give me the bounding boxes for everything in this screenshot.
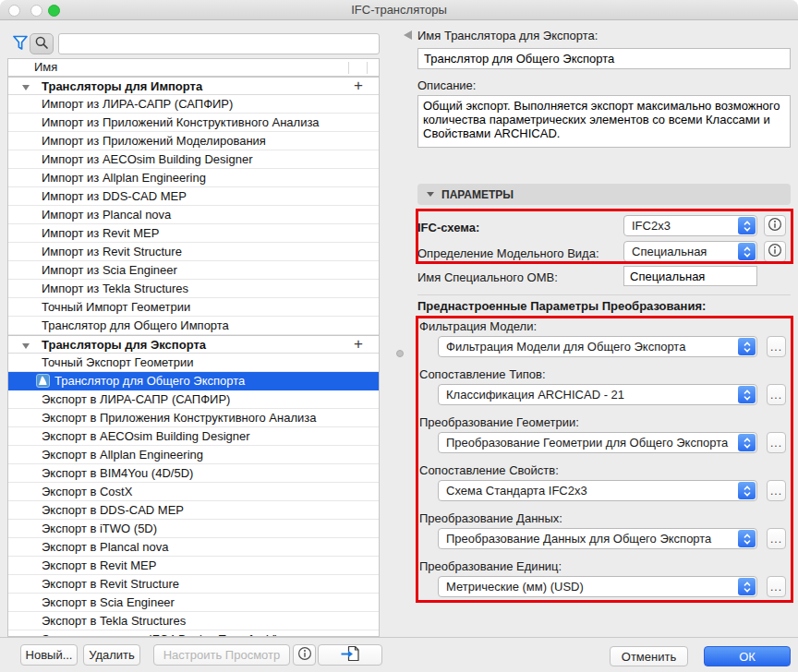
parameters-header[interactable]: ПАРАМЕТРЫ	[417, 184, 791, 205]
new-translator-button[interactable]: Новый...	[20, 644, 78, 666]
disclosure-triangle-icon	[427, 192, 434, 197]
translator-label: Экспорт в Приложения Конструктивного Ана…	[42, 411, 316, 425]
translator-row[interactable]: Экспорт в BIM4You (4D/5D)	[8, 464, 379, 483]
preset-popup[interactable]: Схема Стандарта IFC2x3	[438, 480, 757, 501]
translator-row[interactable]: Импорт из DDS-CAD MEP	[8, 187, 379, 206]
mvd-popup[interactable]: Специальная	[623, 241, 757, 262]
cancel-button[interactable]: Отменить	[610, 646, 688, 666]
mvd-info-button[interactable]	[764, 241, 786, 262]
group-label: Трансляторы для Экспорта	[42, 338, 206, 352]
preset-group: Преобразование Единиц: Метрические (мм) …	[417, 559, 793, 607]
translator-row[interactable]: Экспорт в Приложения Конструктивного Ана…	[8, 409, 379, 427]
preset-group: Фильтрация Модели: Фильтрация Модели для…	[417, 319, 793, 367]
translator-label: Экспорт в DDS-CAD MEP	[42, 503, 184, 517]
popup-value: Схема Стандарта IFC2x3	[446, 484, 734, 498]
translator-row[interactable]: Экспорт в ЛИРА-САПР (САПФИР)	[8, 390, 379, 409]
preset-popup[interactable]: Фильтрация Модели для Общего Экспорта	[438, 336, 757, 357]
translator-row[interactable]: Транслятор для Общего Импорта	[8, 317, 379, 335]
window-title: IFC-трансляторы	[0, 3, 798, 17]
add-translator-icon[interactable]: +	[351, 78, 366, 96]
preset-more-button[interactable]: ...	[767, 528, 786, 549]
translator-row[interactable]: Импорт из Plancal nova	[8, 206, 379, 224]
disclosure-triangle-icon[interactable]	[22, 85, 30, 90]
search-icon	[34, 35, 49, 53]
translator-row[interactable]: Экспорт в Scia Engineer	[8, 594, 379, 612]
collapse-panel-icon[interactable]	[404, 30, 412, 40]
group-label: Трансляторы для Импорта	[42, 79, 202, 93]
translator-row[interactable]: Импорт из Revit Structure	[8, 243, 379, 261]
custom-mvd-input[interactable]	[623, 266, 757, 286]
translator-label: Точный Экспорт Геометрии	[42, 355, 194, 369]
translator-group-row[interactable]: Трансляторы для Экспорта +	[8, 335, 379, 354]
translator-row[interactable]: Точный Импорт Геометрии	[8, 298, 379, 317]
popup-value: Преобразование Геометрии для Общего Эксп…	[446, 436, 734, 450]
translator-label: Импорт из Приложений Конструктивного Ана…	[42, 115, 320, 129]
column-separator	[367, 62, 368, 74]
parameters-header-label: ПАРАМЕТРЫ	[441, 188, 514, 201]
delete-translator-button[interactable]: Удалить	[83, 644, 140, 666]
description-textarea[interactable]: Общий экспорт. Выполняется экспорт макси…	[417, 95, 791, 148]
translator-group-row[interactable]: Трансляторы для Импорта +	[8, 77, 379, 95]
translator-name-input[interactable]	[417, 48, 791, 69]
preset-label: Фильтрация Модели:	[419, 319, 795, 332]
translator-row[interactable]: Экспорт в Tekla Structures	[8, 612, 379, 630]
translator-row[interactable]: Импорт из AECOsim Building Designer	[8, 150, 379, 169]
translator-row[interactable]: Точный Экспорт Геометрии	[8, 354, 379, 372]
translator-row[interactable]: Импорт из Scia Engineer	[8, 261, 379, 280]
translator-row[interactable]: Импорт из Tekla Structures	[8, 280, 379, 298]
ifc-translators-dialog: IFC-трансляторы Имя Трансляторы для Импо…	[0, 0, 798, 672]
translator-row[interactable]: Экспорт в CostX	[8, 483, 379, 501]
ifc-scheme-info-button[interactable]	[764, 215, 786, 236]
preset-popup[interactable]: Преобразование Данных для Общего Экспорт…	[438, 528, 757, 549]
translator-label: Импорт из Allplan Engineering	[42, 171, 206, 185]
translator-label: Экспорт в Tekla Structures	[42, 614, 186, 628]
translator-row[interactable]: Экспорт в DDS-CAD MEP	[8, 501, 379, 520]
search-input[interactable]	[58, 33, 380, 54]
mvd-label: Определение Модельного Вида:	[417, 246, 599, 260]
preset-label: Преобразование Единиц:	[419, 559, 795, 572]
disclosure-triangle-icon[interactable]	[22, 343, 30, 349]
translator-row[interactable]: Экспорт в Allplan Engineering	[8, 446, 379, 464]
translator-rows: Трансляторы для Импорта + Импорт из ЛИРА…	[8, 77, 379, 637]
preset-label: Преобразование Геометрии:	[419, 415, 795, 428]
preset-popup[interactable]: Преобразование Геометрии для Общего Эксп…	[438, 432, 757, 453]
translator-row[interactable]: Экспорт в Revit Structure	[8, 575, 379, 594]
preset-popup[interactable]: Метрические (мм) (USD)	[438, 576, 757, 597]
preset-more-button[interactable]: ...	[767, 576, 786, 597]
translator-label: Транслятор для Общего Экспорта	[54, 374, 245, 388]
chevron-updown-icon	[738, 434, 756, 451]
translator-row[interactable]: Экспорт в Plancal nova	[8, 538, 379, 557]
presets-header: Преднастроенные Параметры Преобразования…	[417, 299, 706, 313]
preset-more-button[interactable]: ...	[767, 384, 786, 405]
translator-label: Импорт из Revit Structure	[42, 245, 182, 258]
splitter-handle[interactable]	[396, 350, 404, 357]
info-icon	[297, 646, 312, 664]
preset-more-button[interactable]: ...	[767, 432, 786, 453]
preset-groups: Фильтрация Модели: Фильтрация Модели для…	[417, 316, 793, 607]
ok-button[interactable]: ОК	[704, 646, 791, 666]
filter-icon[interactable]	[12, 34, 29, 54]
ifc-scheme-popup[interactable]: IFC2x3	[623, 215, 757, 236]
popup-value: IFC2x3	[632, 219, 734, 233]
search-scope-button[interactable]	[30, 33, 54, 54]
preset-popup[interactable]: Классификация ARCHICAD - 21	[438, 384, 757, 405]
translator-label: Импорт из DDS-CAD MEP	[42, 189, 187, 203]
translator-row[interactable]: Транслятор для Общего Экспорта	[8, 372, 379, 390]
translator-row[interactable]: Импорт из Приложений Конструктивного Ана…	[8, 114, 379, 132]
translator-row[interactable]: Экспорт в iTWO (5D)	[8, 520, 379, 538]
preset-more-button[interactable]: ...	[767, 480, 786, 501]
translator-row[interactable]: Импорт из Приложений Моделирования	[8, 132, 379, 150]
translator-row[interactable]: Экспорт на основе IFC4 Design Transfer V…	[8, 630, 379, 637]
preset-more-button[interactable]: ...	[767, 336, 786, 357]
chevron-updown-icon	[738, 243, 756, 260]
add-translator-icon[interactable]: +	[351, 336, 366, 354]
translator-row[interactable]: Импорт из Revit MEP	[8, 224, 379, 243]
list-column-header[interactable]: Имя	[8, 59, 379, 77]
translator-row[interactable]: Импорт из ЛИРА-САПР (САПФИР)	[8, 95, 379, 114]
import-export-translator-button[interactable]	[318, 644, 382, 666]
translator-row[interactable]: Импорт из Allplan Engineering	[8, 169, 379, 187]
translator-row[interactable]: Экспорт в AECOsim Building Designer	[8, 427, 379, 446]
list-info-button[interactable]	[293, 644, 316, 666]
translator-row[interactable]: Экспорт в Revit MEP	[8, 557, 379, 575]
preset-group: Преобразование Геометрии: Преобразование…	[417, 415, 793, 463]
